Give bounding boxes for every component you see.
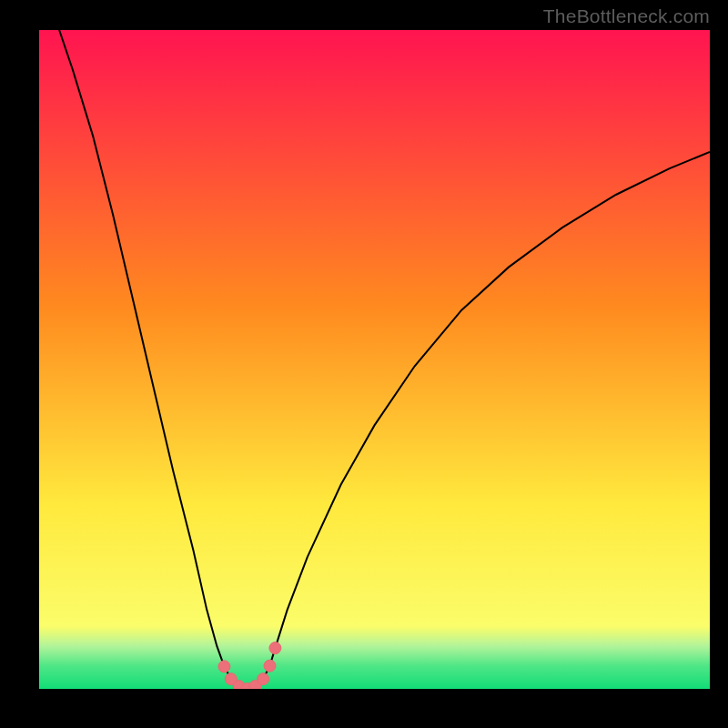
curve-marker [218,661,230,672]
chart-curve-layer [39,30,710,689]
watermark-text-top: TheBottleneck.com [543,5,710,27]
curve-markers [218,642,281,689]
curve-marker [258,673,269,685]
curve-marker [264,660,276,672]
frame-bottom [0,689,728,728]
chart-plot-area [39,30,710,689]
bottleneck-curve [59,30,710,689]
curve-marker [269,642,281,654]
frame-right [710,0,728,728]
frame-left [0,0,39,728]
